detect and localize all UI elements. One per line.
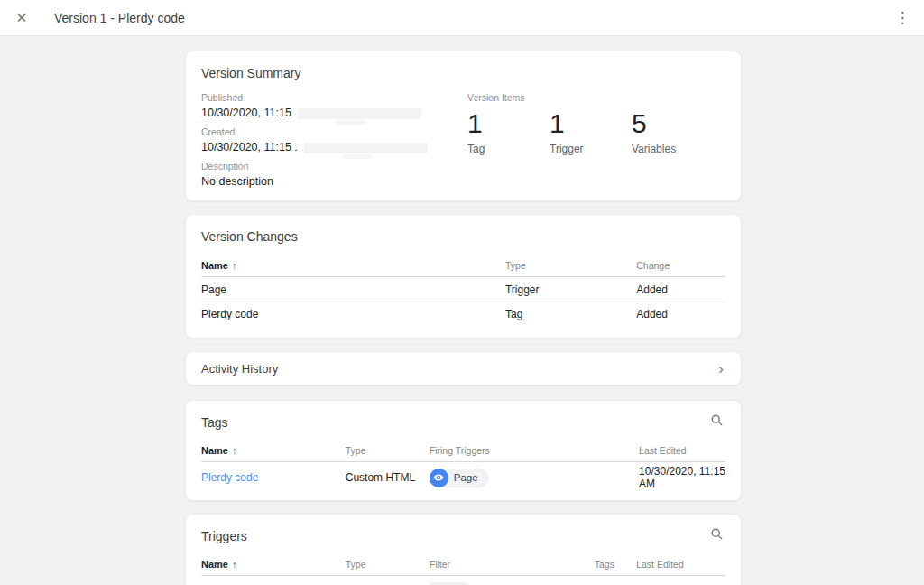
column-header-last-edited: Last Edited	[639, 445, 725, 456]
column-header-filter: Filter	[430, 559, 595, 570]
table-row: Plerdy code Tag Added	[201, 302, 725, 326]
firing-trigger-badge[interactable]: Page	[430, 469, 488, 488]
version-changes-title: Version Changes	[201, 229, 725, 244]
column-header-change: Change	[636, 260, 725, 271]
column-header-type: Type	[346, 559, 430, 570]
trigger-count: 1	[550, 109, 632, 138]
tag-name-link[interactable]: Plerdy code	[201, 471, 258, 484]
version-summary-card: Version Summary Published 10/30/2020, 11…	[185, 51, 742, 201]
change-action: Added	[636, 308, 725, 320]
table-row: Page Trigger Added	[201, 277, 725, 302]
trigger-count-label: Trigger	[550, 143, 632, 155]
variables-count: 5	[632, 109, 714, 138]
tag-count-label: Tag	[467, 143, 550, 155]
more-options-icon[interactable]: ⋮	[893, 10, 911, 25]
triggers-card: Triggers Name↑ Type Filter Tags Last Edi…	[185, 514, 742, 585]
close-icon[interactable]: ✕	[12, 8, 32, 28]
column-header-last-edited: Last Edited	[636, 559, 725, 570]
variables-count-label: Variables	[632, 143, 714, 155]
published-value: 10/30/2020, 11:15	[201, 107, 291, 119]
change-name: Plerdy code	[201, 308, 505, 320]
name-header-label: Name	[201, 559, 228, 570]
description-field: Description No description	[201, 161, 467, 189]
table-row: Plerdy code Custom HTML Page 10/30/2020,…	[201, 462, 725, 493]
firing-trigger-label: Page	[454, 472, 478, 483]
chevron-right-icon[interactable]: ›	[715, 361, 727, 376]
redacted-text	[298, 108, 421, 119]
name-header-label: Name	[201, 260, 228, 271]
stat-trigger: 1 Trigger	[550, 109, 632, 155]
tag-type: Custom HTML	[346, 471, 430, 484]
column-header-name[interactable]: Name↑	[201, 260, 505, 271]
search-icon[interactable]	[708, 412, 725, 432]
sort-ascending-icon: ↑	[232, 445, 237, 456]
tag-last-edited: 10/30/2020, 11:15 AM	[639, 465, 725, 490]
created-field: Created 10/30/2020, 11:15 .	[201, 126, 467, 154]
triggers-header-row: Name↑ Type Filter Tags Last Edited	[201, 553, 725, 576]
tags-header-row: Name↑ Type Firing Triggers Last Edited	[201, 440, 725, 462]
version-changes-header-row: Name↑ Type Change	[201, 255, 725, 277]
content-area: Version Summary Published 10/30/2020, 11…	[0, 36, 924, 585]
activity-history-title: Activity History	[201, 362, 278, 376]
sort-ascending-icon: ↑	[232, 260, 237, 271]
tags-card: Tags Name↑ Type Firing Triggers Last Edi…	[185, 400, 742, 501]
version-items-panel: Version Items 1 Tag 1 Trigger 5 Variable…	[467, 92, 714, 189]
name-header-label: Name	[201, 445, 228, 456]
column-header-firing-triggers: Firing Triggers	[430, 445, 639, 456]
tags-title: Tags	[201, 415, 228, 430]
column-header-name[interactable]: Name↑	[201, 559, 346, 570]
triggers-title: Triggers	[201, 529, 247, 543]
change-name: Page	[201, 283, 505, 296]
stat-variables: 5 Variables	[632, 109, 714, 155]
page-title: Version 1 - Plerdy code	[54, 11, 185, 25]
stat-tag: 1 Tag	[467, 109, 550, 155]
change-type: Trigger	[505, 283, 636, 296]
eye-icon	[430, 469, 448, 488]
activity-history-card[interactable]: Activity History ›	[185, 351, 742, 385]
column-header-type: Type	[505, 260, 636, 271]
titlebar: ✕ Version 1 - Plerdy code ⋮	[0, 0, 924, 36]
tag-count: 1	[467, 109, 550, 138]
change-action: Added	[636, 283, 725, 296]
published-label: Published	[201, 92, 467, 103]
change-type: Tag	[505, 308, 636, 320]
search-icon[interactable]	[708, 525, 725, 545]
column-header-type: Type	[346, 445, 430, 456]
description-value: No description	[201, 174, 467, 189]
column-header-name[interactable]: Name↑	[201, 445, 346, 456]
column-header-tags: Tags	[595, 559, 636, 570]
published-field: Published 10/30/2020, 11:15	[201, 92, 467, 120]
created-value: 10/30/2020, 11:15 .	[201, 141, 298, 153]
description-label: Description	[201, 161, 467, 172]
table-row: Page Page View Page URL equals https://t…	[201, 576, 725, 585]
version-changes-card: Version Changes Name↑ Type Change Page T…	[185, 214, 742, 339]
version-items-label: Version Items	[467, 92, 714, 103]
created-label: Created	[201, 126, 467, 137]
version-summary-title: Version Summary	[201, 66, 725, 80]
redacted-text	[304, 143, 428, 153]
sort-ascending-icon: ↑	[232, 559, 237, 570]
